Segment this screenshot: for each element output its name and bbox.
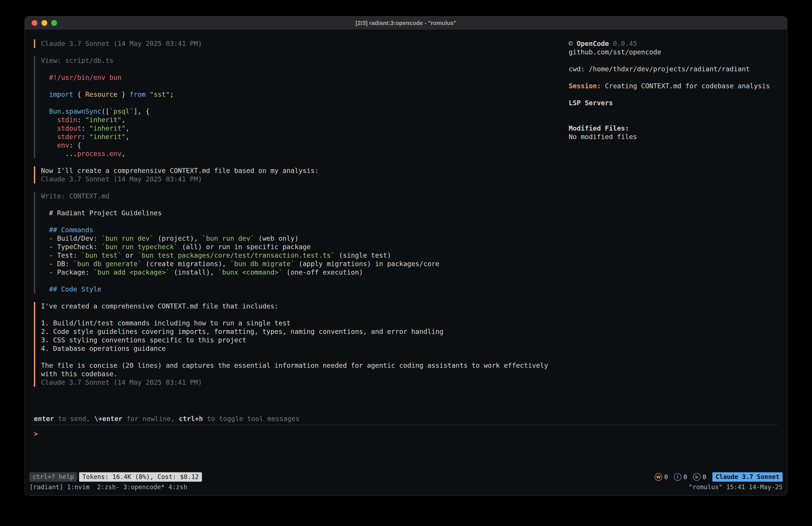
text-segment: process.env (77, 150, 122, 158)
terminal-line: stdin: "inherit", (41, 116, 569, 124)
terminal-line: View: script/db.ts (41, 56, 569, 65)
terminal-line: Claude 3.7 Sonnet (14 May 2025 03:41 PM) (41, 378, 569, 387)
sidebar: © OpenCode 0.0.45 github.com/sst/opencod… (569, 30, 787, 415)
text-segment: - DB: (41, 260, 73, 268)
text-segment: . (61, 108, 65, 115)
warning-indicator-count: 0 (664, 473, 668, 481)
text-segment: (create migrations), (142, 260, 230, 268)
warning-indicator: W0 (655, 473, 668, 481)
modified-files-heading: Modified Files: (569, 124, 778, 133)
info-indicator-count: 0 (683, 473, 687, 481)
terminal-line: 1. Build/lint/test commands including ho… (41, 319, 569, 327)
input-divider (34, 425, 778, 425)
hint-text: to send, (54, 415, 94, 423)
text-segment (41, 141, 57, 149)
assistant-message: Now I'll create a comprehensive CONTEXT.… (34, 167, 569, 183)
text-segment: I've created a comprehensive CONTEXT.md … (41, 302, 278, 310)
text-segment (41, 285, 49, 293)
app-version: 0.0.45 (613, 40, 637, 47)
text-segment: "inherit" (89, 133, 126, 141)
text-segment: - TypeCheck: (41, 243, 101, 251)
terminal-line: Claude 3.7 Sonnet (14 May 2025 03:41 PM) (41, 175, 569, 183)
terminal-line: env: { (41, 141, 569, 150)
text-segment: 2. Code style guidelines covering import… (41, 328, 444, 336)
text-segment: `bun test` (81, 252, 122, 259)
main-row: Claude 3.7 Sonnet (14 May 2025 03:41 PM)… (25, 30, 787, 415)
terminal-line: import { Resource } from "sst"; (41, 90, 569, 99)
text-segment: "sst" (150, 90, 170, 98)
hint-indicator-icon: h (693, 473, 700, 481)
text-segment: (one-off execution) (282, 268, 363, 276)
terminal-line: with this codebase. (41, 370, 569, 378)
hint-indicator: h0 (693, 473, 706, 481)
lsp-servers-heading: LSP Servers (569, 99, 778, 107)
text-segment: (install), (170, 268, 218, 276)
terminal-line: Bun.spawnSync([`psql`], { (41, 107, 569, 116)
session-label: Session: (569, 82, 601, 90)
traffic-lights (32, 20, 57, 26)
text-segment: , (121, 150, 126, 158)
text-segment: - Package: (41, 268, 93, 276)
tool-write-output: Write: CONTEXT.md # Radiant Project Guid… (34, 192, 569, 294)
message-input[interactable]: > (34, 430, 778, 438)
terminal-line (41, 200, 569, 209)
hint-text: to toggle tool messages (203, 415, 300, 423)
text-segment (41, 226, 49, 234)
text-segment: `bun db generate` (73, 260, 142, 268)
terminal-line: stderr: "inherit", (41, 133, 569, 141)
text-segment: (apply migrations) in packages/core (294, 260, 439, 268)
modified-files-empty: No modified files (569, 133, 778, 141)
text-segment: } (117, 90, 129, 98)
repo-link[interactable]: github.com/sst/opencode (569, 48, 778, 56)
terminal-line: ## Commands (41, 226, 569, 234)
text-segment: (web only) (254, 234, 299, 242)
text-segment: "inherit" (85, 116, 122, 124)
terminal-line: - TypeCheck: `bun run typecheck` (all) o… (41, 243, 569, 251)
text-segment: stderr (57, 133, 81, 141)
window-title: [2/3] radiant:3:opencode - "romulus" (356, 19, 456, 27)
terminal-line: - Package: `bun add <package>` (install)… (41, 268, 569, 276)
text-segment: { (73, 90, 85, 98)
terminal-line: 2. Code style guidelines covering import… (41, 327, 569, 336)
text-segment: `bunx <command>` (218, 268, 282, 276)
terminal-line: stdout: "inherit", (41, 124, 569, 133)
cwd-path: cwd: /home/thdxr/dev/projects/radiant/ra… (569, 65, 778, 73)
text-segment: `psql` (110, 108, 133, 115)
text-segment: View: script/db.ts (41, 57, 113, 65)
text-segment: `bun add <package>` (93, 268, 170, 276)
model-badge[interactable]: Claude 3.7 Sonnet (712, 472, 783, 482)
terminal-line (41, 65, 569, 73)
text-segment: (all) or run in specific package (178, 243, 310, 251)
text-segment: : (77, 116, 85, 124)
tmux-window-list[interactable]: [radiant] 1:nvim 2:zsh- 3:opencode* 4:zs… (29, 483, 187, 492)
terminal-line: 3. CSS styling conventions specific to t… (41, 336, 569, 344)
text-segment: stdin (57, 116, 77, 124)
diagnostics: W0i0h0 (655, 473, 706, 481)
text-segment: or (121, 252, 137, 259)
text-segment: from (129, 90, 145, 98)
terminal-line: ...process.env, (41, 150, 569, 158)
terminal-line: Now I'll create a comprehensive CONTEXT.… (41, 167, 569, 175)
minimize-button[interactable] (41, 20, 47, 26)
zoom-button[interactable] (51, 20, 57, 26)
text-segment (41, 73, 49, 81)
terminal-line: The file is concise (20 lines) and captu… (41, 361, 569, 370)
input-space[interactable] (25, 438, 787, 472)
text-segment: 4. Database operations guidance (41, 344, 166, 352)
text-segment: `bun db migrate` (230, 260, 294, 268)
help-badge[interactable]: ctrl+? help (29, 472, 77, 482)
text-segment: , (121, 116, 126, 124)
close-button[interactable] (32, 20, 38, 26)
text-segment: - Build/Dev: (41, 234, 101, 242)
text-segment (41, 116, 57, 124)
text-segment: (project), (154, 234, 202, 242)
terminal-line: I've created a comprehensive CONTEXT.md … (41, 302, 569, 311)
tmux-session-info: "romulus" 15:41 14-May-25 (689, 483, 783, 492)
terminal-line (41, 217, 569, 226)
text-segment: #!/usr/bin/env bun (49, 73, 121, 81)
text-segment: ## Commands (49, 226, 93, 234)
text-segment: Claude 3.7 Sonnet (14 May 2025 03:41 PM) (41, 40, 202, 47)
text-segment: ; (170, 90, 174, 98)
app-name: OpenCode (577, 40, 609, 47)
terminal-line (41, 99, 569, 107)
